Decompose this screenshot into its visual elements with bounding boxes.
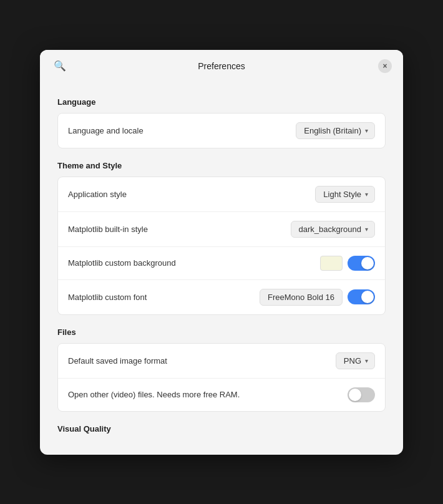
mpl-style-row: Matplotlib built-in style dark_backgroun… xyxy=(58,212,385,247)
mpl-bg-controls xyxy=(320,256,375,271)
search-button[interactable]: 🔍 xyxy=(51,57,69,74)
mpl-style-value: dark_background xyxy=(299,225,361,234)
language-value: English (Britain) xyxy=(304,126,361,135)
visual-section-title: Visual Quality xyxy=(57,424,386,434)
dialog-title: Preferences xyxy=(198,61,245,71)
close-button[interactable]: × xyxy=(378,59,392,73)
app-style-dropdown[interactable]: Light Style ▾ xyxy=(315,186,375,203)
files-card: Default saved image format PNG ▾ Open ot… xyxy=(57,343,386,412)
language-section-title: Language xyxy=(57,97,386,107)
theme-card: Application style Light Style ▾ Matplotl… xyxy=(57,177,386,315)
app-style-label: Application style xyxy=(68,190,127,199)
language-row: Language and locale English (Britain) ▾ xyxy=(58,114,385,148)
image-format-row: Default saved image format PNG ▾ xyxy=(58,344,385,379)
app-style-arrow: ▾ xyxy=(365,191,368,198)
mpl-bg-color-swatch[interactable] xyxy=(320,256,343,271)
mpl-style-arrow: ▾ xyxy=(365,226,368,233)
mpl-bg-toggle[interactable] xyxy=(348,256,375,271)
video-files-row: Open other (video) files. Needs more fre… xyxy=(58,379,385,411)
language-label: Language and locale xyxy=(68,126,144,135)
mpl-style-dropdown[interactable]: dark_background ▾ xyxy=(291,221,375,238)
app-style-row: Application style Light Style ▾ xyxy=(58,177,385,212)
mpl-bg-label: Matplotlib custom background xyxy=(68,258,176,268)
mpl-font-toggle[interactable] xyxy=(348,289,375,304)
video-files-label: Open other (video) files. Needs more fre… xyxy=(68,390,240,399)
image-format-value: PNG xyxy=(344,356,361,366)
mpl-font-selector[interactable]: FreeMono Bold 16 xyxy=(260,289,343,306)
image-format-arrow: ▾ xyxy=(365,357,368,364)
mpl-style-label: Matplotlib built-in style xyxy=(68,225,148,234)
language-dropdown-arrow: ▾ xyxy=(365,127,368,134)
mpl-font-controls: FreeMono Bold 16 xyxy=(260,289,375,306)
dialog-header: 🔍 Preferences × xyxy=(40,50,403,80)
mpl-font-row: Matplotlib custom font FreeMono Bold 16 xyxy=(58,280,385,314)
search-icon: 🔍 xyxy=(54,60,66,72)
theme-section-title: Theme and Style xyxy=(57,161,386,170)
preferences-dialog: 🔍 Preferences × Language Language and lo… xyxy=(40,50,403,455)
image-format-dropdown[interactable]: PNG ▾ xyxy=(336,352,375,369)
dialog-content: Language Language and locale English (Br… xyxy=(40,80,403,455)
files-section-title: Files xyxy=(57,327,386,337)
language-dropdown[interactable]: English (Britain) ▾ xyxy=(296,122,375,139)
language-card: Language and locale English (Britain) ▾ xyxy=(57,113,386,148)
video-files-toggle[interactable] xyxy=(348,387,375,402)
image-format-label: Default saved image format xyxy=(68,356,167,366)
mpl-font-label: Matplotlib custom font xyxy=(68,293,147,302)
mpl-bg-row: Matplotlib custom background xyxy=(58,247,385,280)
app-style-value: Light Style xyxy=(323,190,361,199)
